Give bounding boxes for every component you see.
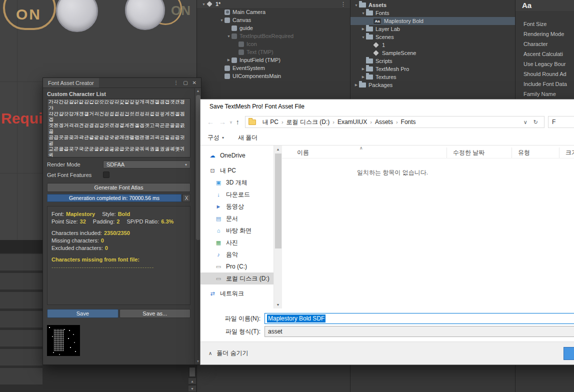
dialog-title-bar[interactable]: Save TextMesh Pro! Font Asset File [200,100,574,114]
camera-icon [224,10,230,15]
back-icon[interactable]: ← [207,118,214,126]
progress-close-button[interactable]: X [182,194,190,202]
hide-folders-chevron-icon[interactable]: ∧ [208,350,212,356]
empty-folder-message: 일치하는 항목이 없습니다. [357,168,574,177]
hierarchy-item-main-camera[interactable]: Main Camera [197,8,350,16]
project-item-textures[interactable]: ▶ Textures [350,73,515,81]
hierarchy-item-guide[interactable]: guide [197,24,350,32]
window-title-tab[interactable]: Font Asset Creator [43,78,99,88]
forward-icon[interactable]: → [219,118,226,126]
hide-folders-button[interactable]: 폴더 숨기기 [216,349,248,358]
sidebar-item-drive-c[interactable]: ▭ Pro (C:) [200,260,274,272]
sidebar-item-onedrive[interactable]: ☁ OneDrive [200,150,274,162]
foldout-icon[interactable]: ▶ [360,75,366,79]
project-item-samplescene[interactable]: SampleScene [350,49,515,57]
column-header-size[interactable]: 크기 [560,148,574,158]
search-input[interactable]: F [548,116,574,128]
breadcrumb-segment[interactable]: Assets [372,118,396,126]
sidebar-item-downloads[interactable]: ↓ 다운로드 [200,188,274,200]
render-mode-dropdown[interactable]: SDFAA ▾ [103,160,190,168]
sidebar-item-videos[interactable]: ► 동영상 [200,200,274,212]
gameobject-icon [224,18,230,23]
refresh-icon[interactable]: ↻ [534,119,538,126]
project-item-maplestory-bold[interactable]: Aa Maplestory Bold [350,17,515,25]
scroll-up-icon[interactable]: ▲ [196,88,200,94]
project-item-assets[interactable]: ▼ Assets [350,1,515,9]
breadcrumb[interactable]: 내 PC › 로컬 디스크 (D:) › ExamUIUX › Assets ›… [245,116,544,128]
hierarchy-item-uicomponentsmain[interactable]: UIComponentsMain [197,72,350,80]
scrollbar-thumb[interactable] [275,154,282,248]
window-maximize-icon[interactable]: ▢ [183,80,188,86]
sidebar-item-pictures[interactable]: ▦ 사진 [200,236,274,248]
foldout-icon[interactable]: ▼ [226,34,232,38]
hierarchy-item-eventsystem[interactable]: EventSystem [197,64,350,72]
breadcrumb-segment[interactable]: ExamUIUX [334,118,370,126]
file-type-dropdown[interactable]: asset [264,326,574,337]
custom-character-list-input[interactable]: 가각간갇갈갉갊감갑값갓갔강갖갗같갚갛개객갠갤갬갭갯갰갱갸 갹갼걀걋걍걔걘걜거걱건… [47,98,190,158]
style-value: Bold [118,211,130,217]
scroll-up-icon[interactable]: ▲ [188,378,196,384]
project-item-textmesh-pro[interactable]: ▶ TextMesh Pro [350,65,515,73]
foldout-icon[interactable]: ▼ [360,12,366,15]
address-dropdown-icon[interactable]: ∨ [524,119,528,126]
column-header-name[interactable]: 이름 [282,148,447,158]
hierarchy-item-textinputboxrequired[interactable]: ▼ TextInputBoxRequired [197,32,350,40]
background-scrollbar[interactable]: ▲ ▼ [188,366,196,392]
save-button-partial[interactable] [564,347,574,360]
project-item-scene-1[interactable]: 1 [350,41,515,49]
sidebar-item-network[interactable]: ⇄ 네트워크 [200,288,274,300]
sidebar-item-3d-objects[interactable]: ▣ 3D 개체 [200,176,274,188]
breadcrumb-segment[interactable]: Fonts [398,118,419,126]
hierarchy-scene-row[interactable]: ▼ 1* ⋮ [197,0,350,8]
foldout-icon[interactable]: ▶ [226,58,232,62]
history-chevron-icon[interactable]: ∨ [230,120,232,124]
font-atlas-preview [47,325,80,356]
foldout-icon[interactable]: ▶ [354,83,359,87]
dialog-title: Save TextMesh Pro! Font Asset File [210,103,304,110]
file-name-input[interactable]: Maplestory Bold SDF [264,313,574,324]
scroll-down-icon[interactable]: ▼ [188,385,196,392]
scroll-down-icon[interactable]: ▼ [196,358,200,364]
save-as-button[interactable]: Save as... [120,309,191,318]
foldout-icon[interactable]: ▼ [201,2,206,6]
sidebar-item-drive-d[interactable]: ▭ 로컬 디스크 (D:) [200,272,274,284]
project-item-scripts[interactable]: Scripts [350,57,515,65]
foldout-icon[interactable]: ▼ [354,4,359,7]
hierarchy-item-text-tmp[interactable]: Text (TMP) [197,48,350,56]
up-icon[interactable]: ↑ [236,118,240,126]
project-item-scenes[interactable]: ▼ Scenes [350,33,515,41]
get-font-features-checkbox[interactable] [103,172,110,178]
hierarchy-item-inputfield-tmp[interactable]: ▶ InputField (TMP) [197,56,350,64]
hierarchy-item-canvas[interactable]: ▼ Canvas [197,16,350,24]
generate-font-atlas-button[interactable]: Generate Font Atlas [47,183,190,192]
project-item-layer-lab[interactable]: ▶ Layer Lab [350,25,515,33]
sidebar-item-documents[interactable]: ▤ 문서 [200,212,274,224]
scroll-up-icon[interactable]: ▲ [276,146,280,153]
project-item-packages[interactable]: ▶ Packages [350,81,515,89]
organize-button[interactable]: 구성 ▾ [208,134,224,142]
custom-character-list-label: Custom Character List [47,91,190,97]
window-title-bar[interactable]: Font Asset Creator ⋮ ▢ ✕ [43,78,201,88]
window-close-icon[interactable]: ✕ [192,80,196,86]
window-menu-icon[interactable]: ⋮ [174,80,178,86]
project-item-fonts[interactable]: ▼ Fonts [350,9,515,17]
foldout-icon[interactable]: ▼ [360,36,366,39]
breadcrumb-segment[interactable]: 로컬 디스크 (D:) [284,118,333,126]
breadcrumb-segment[interactable]: 내 PC [260,118,282,126]
hierarchy-item-icon[interactable]: Icon [197,40,350,48]
column-header-date-modified[interactable]: 수정한 날짜 [447,148,512,158]
new-folder-button[interactable]: 새 폴더 [238,134,258,142]
foldout-icon[interactable]: ▶ [360,67,366,71]
save-button[interactable]: Save [47,309,118,318]
panel-menu-icon[interactable]: ⋮ [340,1,346,8]
scrollbar-thumb[interactable] [190,368,195,376]
sidebar-item-this-pc[interactable]: ⊡ 내 PC [200,164,274,176]
foldout-icon[interactable]: ▼ [219,18,224,22]
sidebar-scrollbar[interactable]: ▲ ▼ [274,146,282,308]
scroll-down-icon[interactable]: ▼ [276,301,280,308]
foldout-icon[interactable]: ▶ [360,27,366,31]
sidebar-item-desktop[interactable]: ⌂ 바탕 화면 [200,224,274,236]
column-header-type[interactable]: 유형 [512,148,560,158]
sidebar-item-music[interactable]: ♪ 음악 [200,248,274,260]
background-rows [0,254,42,392]
